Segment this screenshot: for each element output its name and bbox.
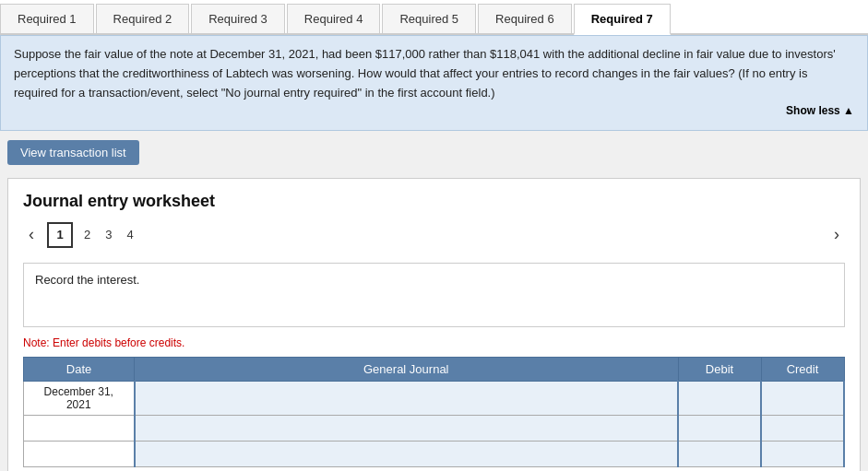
show-less-label: Show less ▲ bbox=[786, 104, 854, 117]
tab-required-5[interactable]: Required 5 bbox=[382, 4, 476, 33]
tabs-bar: Required 1 Required 2 Required 3 Require… bbox=[0, 0, 868, 35]
debit-input-cell-2[interactable] bbox=[678, 415, 761, 441]
tab-required-7[interactable]: Required 7 bbox=[574, 4, 671, 35]
step-1-box[interactable]: 1 bbox=[47, 222, 73, 248]
record-instruction-text: Record the interest. bbox=[35, 273, 139, 287]
gj-input-2[interactable] bbox=[141, 421, 672, 435]
worksheet-container: Journal entry worksheet ‹ 1 2 3 4 › Reco… bbox=[7, 178, 861, 471]
gj-input-cell-1[interactable] bbox=[135, 381, 679, 415]
date-cell-2 bbox=[24, 415, 135, 441]
debit-input-2[interactable] bbox=[684, 421, 755, 435]
note-text: Note: Enter debits before credits. bbox=[23, 336, 845, 349]
prev-step-arrow[interactable]: ‹ bbox=[23, 223, 40, 246]
col-header-gj: General Journal bbox=[135, 357, 679, 381]
date-cell-3 bbox=[24, 441, 135, 466]
info-text: Suppose the fair value of the note at De… bbox=[14, 47, 836, 100]
tab-required-4[interactable]: Required 4 bbox=[287, 4, 381, 33]
debit-input-cell-1[interactable] bbox=[678, 381, 761, 415]
journal-table: Date General Journal Debit Credit Decemb… bbox=[23, 357, 845, 467]
worksheet-title: Journal entry worksheet bbox=[23, 192, 845, 211]
next-step-arrow[interactable]: › bbox=[828, 223, 845, 246]
credit-input-1[interactable] bbox=[767, 391, 838, 405]
show-less-button[interactable]: Show less ▲ bbox=[14, 102, 854, 120]
col-header-debit: Debit bbox=[678, 357, 761, 381]
date-cell-1: December 31,2021 bbox=[24, 381, 135, 415]
step-2-num[interactable]: 2 bbox=[80, 226, 94, 243]
tab-required-1[interactable]: Required 1 bbox=[0, 4, 94, 33]
tab-required-6[interactable]: Required 6 bbox=[478, 4, 572, 33]
view-transaction-button[interactable]: View transaction list bbox=[7, 140, 139, 165]
credit-input-2[interactable] bbox=[767, 421, 838, 435]
step-nav: ‹ 1 2 3 4 › bbox=[23, 222, 845, 248]
credit-input-3[interactable] bbox=[767, 447, 838, 461]
table-row bbox=[24, 441, 845, 466]
credit-input-cell-2[interactable] bbox=[761, 415, 844, 441]
debit-input-1[interactable] bbox=[684, 391, 755, 405]
debit-input-cell-3[interactable] bbox=[678, 441, 761, 466]
gj-input-cell-2[interactable] bbox=[135, 415, 679, 441]
gj-input-1[interactable] bbox=[141, 391, 672, 405]
debit-input-3[interactable] bbox=[684, 447, 755, 461]
col-header-credit: Credit bbox=[761, 357, 844, 381]
gj-input-cell-3[interactable] bbox=[135, 441, 679, 466]
info-box: Suppose the fair value of the note at De… bbox=[0, 35, 868, 131]
record-instruction-box: Record the interest. bbox=[23, 263, 845, 327]
col-header-date: Date bbox=[24, 357, 135, 381]
tab-required-2[interactable]: Required 2 bbox=[96, 4, 190, 33]
table-row bbox=[24, 415, 845, 441]
step-4-num[interactable]: 4 bbox=[123, 226, 137, 243]
gj-input-3[interactable] bbox=[141, 447, 672, 461]
page-container: Required 1 Required 2 Required 3 Require… bbox=[0, 0, 868, 471]
credit-input-cell-3[interactable] bbox=[761, 441, 844, 466]
step-3-num[interactable]: 3 bbox=[101, 226, 115, 243]
tab-required-3[interactable]: Required 3 bbox=[191, 4, 285, 33]
table-row: December 31,2021 bbox=[24, 381, 845, 415]
credit-input-cell-1[interactable] bbox=[761, 381, 844, 415]
